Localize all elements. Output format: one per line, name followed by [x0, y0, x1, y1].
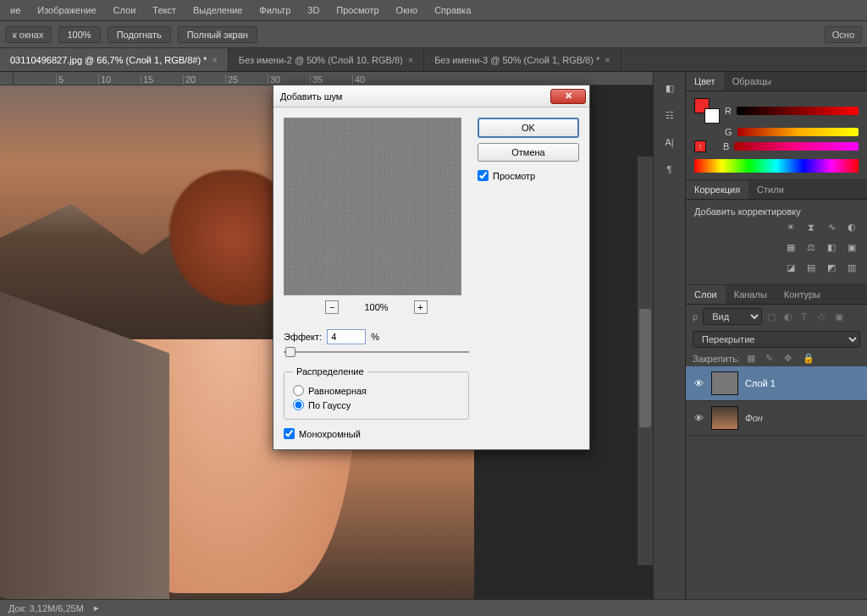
- menu-item[interactable]: Изображение: [29, 2, 104, 19]
- properties-icon[interactable]: ☷: [662, 107, 677, 123]
- color-ramp[interactable]: [694, 159, 859, 173]
- menu-item[interactable]: 3D: [299, 2, 328, 19]
- status-bar: Док: 3,12M/6,25M ▸: [0, 599, 867, 616]
- curves-icon[interactable]: ∿: [825, 220, 838, 234]
- b-slider[interactable]: [734, 142, 859, 151]
- filter-kind-select[interactable]: Вид: [703, 308, 762, 325]
- photo-filter-icon[interactable]: ▣: [845, 240, 859, 254]
- tab-layers[interactable]: Слои: [686, 285, 726, 304]
- menu-item[interactable]: Окно: [388, 2, 427, 19]
- tab-color[interactable]: Цвет: [686, 72, 724, 91]
- menu-item[interactable]: Просмотр: [328, 2, 387, 19]
- paragraph-icon[interactable]: ¶: [662, 162, 677, 177]
- fg-bg-swatch[interactable]: [694, 98, 720, 124]
- filter-image-icon[interactable]: ▢: [767, 311, 779, 322]
- lock-all-icon[interactable]: 🔒: [803, 353, 815, 364]
- posterize-icon[interactable]: ▤: [804, 261, 818, 274]
- fit-button[interactable]: Подогнать: [108, 26, 171, 43]
- cancel-button[interactable]: Отмена: [478, 143, 579, 162]
- blend-mode-select[interactable]: Перекрытие: [693, 331, 860, 348]
- monochrome-checkbox[interactable]: Монохромный: [284, 428, 469, 439]
- color-panel-tabs: Цвет Образцы: [686, 72, 867, 91]
- close-icon[interactable]: ×: [212, 55, 217, 65]
- channel-b-label: B: [723, 141, 729, 151]
- lock-label: Закрепить:: [693, 354, 740, 364]
- distribution-group: Распределение Равномерная По Гауссу: [284, 366, 469, 420]
- gauss-radio[interactable]: По Гауссу: [293, 398, 460, 412]
- layer-thumbnail[interactable]: [711, 371, 738, 395]
- zoom-in-button[interactable]: +: [414, 300, 428, 314]
- dialog-title-bar[interactable]: Добавить шум ✕: [273, 85, 589, 107]
- lock-pixels-icon[interactable]: ✎: [765, 353, 777, 364]
- close-icon[interactable]: ×: [605, 55, 610, 65]
- menu-item[interactable]: Справка: [426, 2, 479, 19]
- document-tab[interactable]: Без имени-2 @ 50% (Слой 10, RGB/8) ×: [229, 48, 424, 71]
- tab-label: Без имени-3 @ 50% (Слой 1, RGB/8) *: [434, 55, 599, 65]
- ruler-mark: 30: [268, 74, 310, 85]
- layer-name[interactable]: Слой 1: [745, 378, 776, 388]
- amount-input[interactable]: [327, 329, 366, 344]
- visibility-icon[interactable]: 👁: [693, 413, 704, 423]
- exposure-icon[interactable]: ◐: [845, 220, 859, 234]
- zoom-level-button[interactable]: 100%: [58, 26, 101, 43]
- filter-shape-icon[interactable]: ◇: [818, 311, 830, 322]
- invert-icon[interactable]: ◪: [784, 261, 798, 274]
- layer-row[interactable]: 👁 Фон: [686, 401, 867, 436]
- amount-slider[interactable]: [284, 349, 469, 355]
- brightness-icon[interactable]: ☀: [784, 220, 798, 234]
- filter-smart-icon[interactable]: ▣: [835, 311, 847, 322]
- tab-paths[interactable]: Контуры: [776, 285, 829, 304]
- r-slider[interactable]: [737, 107, 859, 115]
- layer-row[interactable]: 👁 Слой 1: [686, 366, 867, 401]
- preview-checkbox[interactable]: Просмотр: [478, 170, 579, 181]
- gradient-map-icon[interactable]: ▥: [845, 261, 859, 274]
- horizontal-ruler[interactable]: 5 10 15 20 25 30 35 40: [14, 72, 653, 85]
- distribution-legend: Распределение: [293, 366, 367, 377]
- layers-panel-tabs: Слои Каналы Контуры: [686, 285, 867, 305]
- character-icon[interactable]: A|: [662, 135, 677, 150]
- vertical-scrollbar[interactable]: [638, 157, 653, 565]
- options-bar: к окнах 100% Подогнать Полный экран Осно: [0, 21, 867, 48]
- lock-transparent-icon[interactable]: ▦: [747, 353, 759, 364]
- zoom-out-button[interactable]: −: [325, 300, 339, 314]
- bw-icon[interactable]: ◧: [825, 240, 838, 254]
- tab-swatches[interactable]: Образцы: [724, 72, 780, 91]
- filter-type-icon[interactable]: T: [801, 311, 813, 322]
- close-icon[interactable]: ×: [408, 55, 413, 65]
- visibility-icon[interactable]: 👁: [693, 378, 704, 388]
- lock-position-icon[interactable]: ✥: [784, 353, 796, 364]
- ruler-mark: 25: [225, 74, 268, 85]
- menu-item[interactable]: Фильтр: [251, 2, 299, 19]
- menu-item[interactable]: Выделение: [185, 2, 251, 19]
- tab-correction[interactable]: Коррекция: [686, 180, 748, 199]
- ruler-origin[interactable]: [0, 72, 14, 85]
- tab-styles[interactable]: Стили: [748, 180, 792, 199]
- menu-item[interactable]: ие: [2, 2, 29, 19]
- levels-icon[interactable]: ⧗: [804, 220, 818, 234]
- document-tab[interactable]: Без имени-3 @ 50% (Слой 1, RGB/8) * ×: [424, 48, 621, 71]
- layer-thumbnail[interactable]: [711, 406, 738, 430]
- threshold-icon[interactable]: ◩: [825, 261, 838, 274]
- tab-label: 03110496827.jpg @ 66,7% (Слой 1, RGB/8#)…: [10, 55, 207, 65]
- color-balance-icon[interactable]: ⚖: [804, 240, 818, 254]
- zoom-value: 100%: [364, 302, 388, 312]
- menu-item[interactable]: Слои: [105, 2, 145, 19]
- uniform-radio[interactable]: Равномерная: [293, 383, 460, 398]
- layer-name[interactable]: Фон: [745, 413, 763, 423]
- essentials-button[interactable]: Осно: [825, 26, 862, 43]
- document-tab[interactable]: 03110496827.jpg @ 66,7% (Слой 1, RGB/8#)…: [0, 48, 229, 71]
- gamut-warning-icon[interactable]: !: [694, 140, 706, 152]
- close-button[interactable]: ✕: [550, 89, 586, 104]
- ok-button[interactable]: OK: [478, 118, 579, 138]
- search-icon[interactable]: ρ: [693, 311, 698, 322]
- tab-channels[interactable]: Каналы: [726, 285, 776, 304]
- noise-preview[interactable]: [284, 118, 461, 295]
- g-slider[interactable]: [737, 128, 859, 136]
- history-icon[interactable]: ◧: [662, 80, 677, 96]
- fullscreen-button[interactable]: Полный экран: [178, 26, 257, 43]
- scroll-thumb[interactable]: [639, 309, 651, 427]
- status-arrow-icon[interactable]: ▸: [94, 602, 99, 613]
- hue-sat-icon[interactable]: ▦: [784, 240, 798, 254]
- menu-item[interactable]: Текст: [144, 2, 185, 19]
- filter-adjust-icon[interactable]: ◐: [784, 311, 796, 322]
